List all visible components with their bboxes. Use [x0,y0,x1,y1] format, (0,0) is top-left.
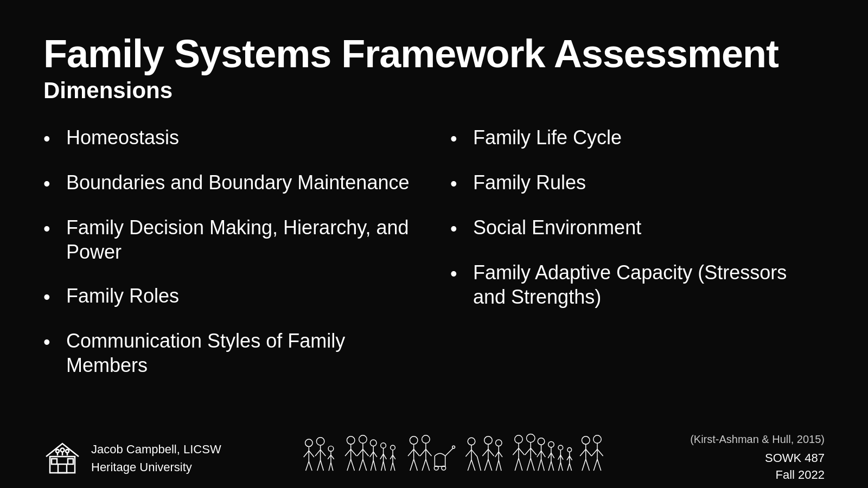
svg-line-116 [551,461,554,471]
bullet-dot: • [43,216,59,241]
svg-line-131 [580,449,586,456]
svg-rect-1 [58,464,67,473]
svg-line-77 [471,450,477,457]
svg-line-79 [471,460,475,471]
svg-point-6 [61,448,65,452]
svg-point-129 [582,436,590,445]
svg-line-139 [593,459,597,471]
list-item: • Family Roles [43,284,418,309]
list-item: • Social Environment [450,215,825,241]
svg-line-67 [426,449,432,456]
subtitle: Dimensions [43,78,825,104]
svg-line-86 [488,459,492,471]
list-item: • Family Adaptive Capacity (Stressors an… [450,260,825,309]
svg-line-37 [363,449,369,456]
list-item: • Homeostasis [43,125,418,151]
footer: Jacob Campbell, LICSW Heritage Universit… [0,428,868,488]
list-item: • Communication Styles of Family Members [43,329,418,377]
svg-line-137 [591,449,597,456]
bullet-text: Communication Styles of Family Members [66,329,418,377]
svg-line-61 [414,449,420,456]
svg-rect-3 [68,459,73,464]
svg-point-81 [484,436,493,445]
svg-point-16 [316,438,324,446]
main-title: Family Systems Framework Assessment [43,33,825,75]
svg-line-110 [541,459,544,471]
svg-line-25 [331,455,334,459]
svg-line-76 [465,450,471,457]
svg-line-96 [519,448,525,455]
svg-point-117 [558,445,563,450]
list-item: • Family Rules [450,170,825,196]
svg-line-48 [380,454,384,459]
svg-line-12 [304,451,309,457]
svg-point-28 [347,436,355,445]
svg-line-103 [527,458,531,471]
svg-line-13 [309,451,314,457]
svg-point-87 [495,440,502,446]
svg-line-43 [373,452,377,457]
svg-line-97 [515,458,519,471]
svg-line-121 [558,463,560,471]
bullet-dot: • [450,261,465,286]
slide-container: Family Systems Framework Assessment Dime… [0,0,868,488]
footer-left: Jacob Campbell, LICSW Heritage Universit… [43,439,221,477]
citation-text: (Kirst-Ashman & Hull, 2015) [690,433,825,446]
bullet-dot: • [450,171,465,196]
bullet-text: Boundaries and Boundary Maintenance [66,170,418,195]
svg-line-18 [315,450,321,456]
svg-line-115 [548,461,551,471]
svg-line-38 [359,459,363,471]
svg-line-89 [495,452,499,457]
svg-point-34 [359,435,367,444]
svg-line-122 [560,463,563,471]
content-columns: • Homeostasis • Boundaries and Boundary … [43,125,825,397]
list-item: • Family Life Cycle [450,125,825,151]
svg-line-39 [363,459,367,471]
svg-line-50 [381,461,384,471]
presenter-name: Jacob Campbell, LICSW [91,440,221,458]
bullet-dot: • [450,216,465,241]
svg-line-24 [328,455,331,459]
svg-line-36 [357,449,363,456]
svg-line-32 [347,459,351,471]
svg-line-68 [422,459,426,471]
svg-line-98 [519,458,522,471]
svg-line-92 [499,460,501,471]
svg-line-31 [351,449,357,456]
svg-line-133 [582,459,586,471]
svg-line-26 [329,463,331,471]
bullet-dot: • [43,126,59,151]
bullet-dot: • [43,285,59,309]
svg-line-69 [426,459,430,471]
svg-line-49 [383,454,386,459]
svg-point-64 [422,435,430,444]
footer-center [221,429,690,487]
svg-point-105 [538,438,545,445]
svg-line-140 [597,459,601,471]
svg-line-15 [309,461,312,471]
svg-line-134 [586,459,590,471]
svg-rect-2 [52,459,57,464]
svg-line-66 [420,449,426,456]
svg-line-113 [548,453,551,458]
presenter-info: Jacob Campbell, LICSW Heritage Universit… [91,440,221,476]
svg-line-84 [488,449,494,456]
right-column: • Family Life Cycle • Family Rules • Soc… [439,125,825,397]
course-term: Fall 2022 [775,468,825,481]
bullet-text: Family Decision Making, Hierarchy, and P… [66,215,418,264]
svg-line-19 [320,450,326,456]
svg-line-125 [567,456,570,460]
svg-line-114 [551,453,554,458]
left-column: • Homeostasis • Boundaries and Boundary … [43,125,439,397]
svg-line-107 [537,451,541,457]
footer-right: (Kirst-Ashman & Hull, 2015) SOWK 487 Fal… [690,433,825,484]
svg-point-10 [305,439,312,447]
svg-line-56 [391,463,393,471]
bullet-text: Homeostasis [66,125,418,150]
bullet-dot: • [43,330,59,354]
svg-point-74 [468,438,475,445]
svg-line-132 [586,449,592,456]
house-family-icon [43,439,81,477]
svg-line-101 [525,448,531,455]
